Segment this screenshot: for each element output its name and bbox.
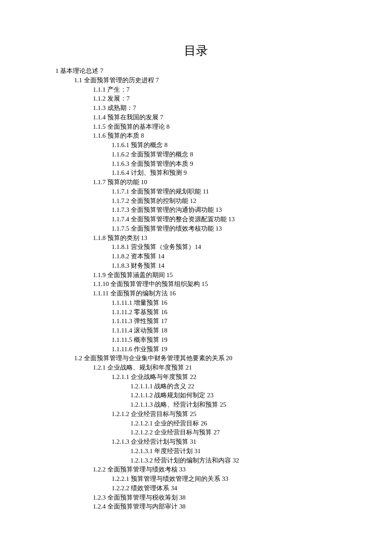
toc-entry: 1.1.8 预算的类别 13 bbox=[93, 234, 337, 243]
toc-entry: 1.1.11.1 增量预算 16 bbox=[112, 298, 337, 308]
toc-entry: 1.1.3 成熟期：7 bbox=[93, 104, 337, 113]
toc-entry: 1.1.11.2 零基预算 16 bbox=[112, 308, 337, 317]
toc-entry: 1.2.1.1 企业战略与年度预算 22 bbox=[112, 373, 337, 382]
toc-entry: 1.1.10 全面预算管理中的预算组织架构 15 bbox=[93, 280, 337, 289]
toc-entry: 1.2.1.1.3 战略、经营计划和预算 25 bbox=[130, 400, 337, 410]
toc-entry: 1.1.7.4 全面预算管理的整合资源配置功能 13 bbox=[112, 215, 337, 224]
toc-entry: 1.2.2 全面预算管理与绩效考核 33 bbox=[93, 465, 337, 474]
toc-entry: 1.2.1.3 企业经营计划与预算 31 bbox=[112, 437, 337, 447]
toc-entry: 1.1.6 预算的本质 8 bbox=[93, 131, 337, 141]
toc-entry: 1.2.1.3.2 经营计划的编制方法和内容 32 bbox=[130, 456, 337, 465]
toc-entry: 1.2.1.2.2 企业经营目标与预算 27 bbox=[130, 428, 337, 437]
toc-entry: 1.1.8.1 营业预算（业务预算）14 bbox=[112, 243, 337, 252]
toc-entry: 1.2.4 全面预算管理与内部审计 38 bbox=[93, 502, 337, 512]
toc-entry: 1.1.6.2 全面预算管理的概念 8 bbox=[112, 150, 337, 159]
toc-entry: 1.1.11 全面预算的编制方法 16 bbox=[93, 289, 337, 298]
toc-entry: 1.1.6.1 预算的概念 8 bbox=[112, 141, 337, 150]
toc-entry: 1.1.9 全面预算涵盖的期间 15 bbox=[93, 271, 337, 280]
toc-entry: 1.1.6.4 计划、预算和预测 9 bbox=[112, 168, 337, 178]
toc-entry: 1.1.1 产生：7 bbox=[93, 85, 337, 95]
toc-entry: 1.2.1.1.2 战略规划如何制定 23 bbox=[130, 391, 337, 400]
toc-entry: 1.1.11.4 滚动预算 18 bbox=[112, 326, 337, 335]
toc-title: 目录 bbox=[55, 43, 337, 59]
document-page: 目录 1 基本理论总述 71.1 全面预算管理的历史进程 71.1.1 产生：7… bbox=[0, 0, 392, 537]
toc-entry: 1.1.11.6 作业预算 19 bbox=[112, 345, 337, 354]
toc-entry: 1.1.2 发展：7 bbox=[93, 94, 337, 104]
toc-entry: 1.1.11.5 概率预算 19 bbox=[112, 335, 337, 345]
toc-entry: 1.1.8.2 资本预算 14 bbox=[112, 252, 337, 261]
toc-entry: 1.2.2.1 预算管理与绩效管理之间的关系 33 bbox=[112, 474, 337, 484]
toc-entry: 1.1.7.3 全面预算管理的沟通协调功能 13 bbox=[112, 205, 337, 215]
toc-entry: 1.1.4 预算在我国的发展 7 bbox=[93, 113, 337, 122]
toc-entry: 1.2.1 企业战略、规划和年度预算 21 bbox=[93, 363, 337, 373]
toc-entry: 1.1.11.3 弹性预算 17 bbox=[112, 317, 337, 326]
toc-entry: 1.2 全面预算管理与企业集中财务管理其他要素的关系 20 bbox=[74, 354, 337, 363]
toc-entry: 1.1.7 预算的功能 10 bbox=[93, 178, 337, 187]
toc-entry: 1.1.5 全面预算的基本理论 8 bbox=[93, 122, 337, 132]
toc-entry: 1 基本理论总述 7 bbox=[55, 66, 337, 76]
toc-entry: 1.2.3 全面预算管理与税收筹划 38 bbox=[93, 493, 337, 503]
toc-entry: 1.1 全面预算管理的历史进程 7 bbox=[74, 76, 337, 85]
toc-entry: 1.1.8.3 财务预算 14 bbox=[112, 261, 337, 271]
toc-entry: 1.2.2.2 绩效管理体系 34 bbox=[112, 484, 337, 493]
toc-entry: 1.2.1.2.1 企业的经营目标 26 bbox=[130, 419, 337, 428]
toc-list: 1 基本理论总述 71.1 全面预算管理的历史进程 71.1.1 产生：71.1… bbox=[55, 66, 337, 512]
toc-entry: 1.1.7.5 全面预算管理的绩效考核功能 13 bbox=[112, 224, 337, 234]
toc-entry: 1.2.1.2 企业经营目标与预算 25 bbox=[112, 410, 337, 419]
toc-entry: 1.1.6.3 全面预算管理的本质 9 bbox=[112, 159, 337, 169]
toc-entry: 1.2.1.3.1 年度经营计划 31 bbox=[130, 447, 337, 456]
toc-entry: 1.1.7.2 全面预算的控制功能 12 bbox=[112, 197, 337, 206]
toc-entry: 1.1.7.1 全面预算管理的规划职能 11 bbox=[112, 187, 337, 197]
toc-entry: 1.2.1.1.1 战略的含义 22 bbox=[130, 382, 337, 391]
